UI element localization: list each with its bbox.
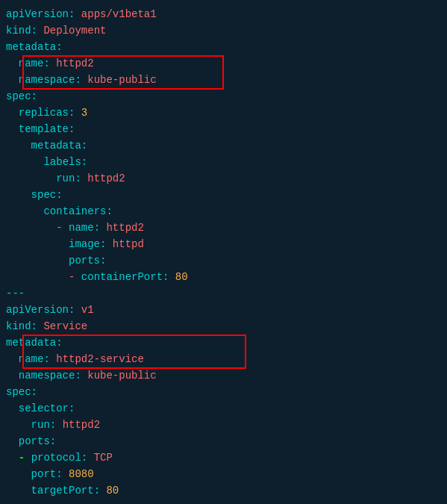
code-token: ports	[69, 255, 100, 267]
code-content: spec:	[6, 187, 441, 203]
code-token: :	[31, 386, 37, 398]
code-token: kube-public	[87, 74, 156, 86]
code-content: name: httpd2-service	[6, 351, 441, 367]
code-line: name: httpd2	[0, 55, 447, 72]
code-token: :	[56, 189, 62, 201]
code-token: Service	[43, 320, 87, 332]
code-token: metadata	[6, 41, 56, 53]
code-line: port: 8080	[0, 466, 447, 482]
code-content: namespace: kube-public	[6, 72, 441, 88]
code-token: -	[56, 222, 69, 234]
code-content: apiVersion: apps/v1beta1	[6, 6, 441, 22]
code-token: :	[50, 435, 56, 447]
code-token: :	[56, 337, 62, 349]
code-token: :	[69, 402, 75, 414]
code-line: - protocol: TCP	[0, 449, 447, 466]
code-token: 80	[106, 485, 119, 497]
code-token: apps/v1beta1	[81, 8, 157, 20]
code-editor: apiVersion: apps/v1beta1kind: Deployment…	[0, 0, 447, 504]
code-token: httpd2	[63, 419, 100, 431]
code-line: kind: Service	[0, 318, 447, 335]
code-token: template	[19, 123, 69, 135]
code-content: kind: Deployment	[6, 22, 441, 39]
code-token: httpd2	[56, 57, 93, 69]
code-token: :	[163, 271, 175, 283]
code-line: namespace: kube-public	[0, 367, 447, 384]
code-content: kind: Service	[6, 318, 441, 335]
code-line: spec:	[0, 88, 447, 105]
code-line: containers:	[0, 203, 447, 220]
code-token: metadata	[6, 337, 56, 349]
code-line: selector:	[0, 400, 447, 417]
code-line: run: httpd2	[0, 417, 447, 433]
code-token: :	[56, 468, 69, 480]
code-token: Deployment	[43, 25, 106, 37]
code-content: run: httpd2	[6, 417, 441, 433]
code-line: - name: httpd2	[0, 220, 447, 236]
code-token: containerPort	[81, 271, 163, 283]
code-token: :	[69, 304, 81, 316]
code-line: spec:	[0, 187, 447, 203]
code-line: ---	[0, 285, 447, 302]
code-token: -	[19, 452, 31, 464]
code-token: ports	[19, 435, 50, 447]
code-token: :	[31, 90, 37, 102]
code-line: ports:	[0, 433, 447, 449]
code-token: :	[43, 353, 56, 365]
code-content: spec:	[6, 384, 441, 400]
code-token: 80	[175, 271, 188, 283]
code-token: targetPort	[31, 485, 94, 497]
code-token: :	[81, 452, 94, 464]
code-token: :	[106, 205, 112, 217]
code-token: kube-public	[87, 370, 156, 382]
code-token: name	[19, 353, 44, 365]
code-token: :	[43, 57, 56, 69]
code-token: httpd2-service	[56, 353, 144, 365]
code-token: :	[69, 107, 81, 119]
code-content: ---	[6, 285, 441, 302]
code-content: targetPort: 80	[6, 482, 441, 499]
code-token: :	[94, 222, 107, 234]
code-token: :	[100, 238, 113, 250]
code-line: metadata:	[0, 335, 447, 351]
code-content: labels:	[6, 154, 441, 170]
code-token: :	[75, 370, 87, 382]
code-line: labels:	[0, 154, 447, 170]
code-token: :	[94, 485, 107, 497]
code-token: 8080	[69, 468, 94, 480]
code-line: apiVersion: v1	[0, 302, 447, 318]
code-line: run: httpd2	[0, 170, 447, 187]
code-token: TCP	[94, 452, 113, 464]
code-line: kind: Deployment	[0, 22, 447, 39]
code-content: metadata:	[6, 335, 441, 351]
code-token: ---	[6, 287, 25, 299]
code-line: metadata:	[0, 39, 447, 55]
code-token: spec	[31, 189, 57, 201]
code-token: name	[19, 57, 44, 69]
code-token: httpd2	[106, 222, 143, 234]
code-token: :	[81, 140, 87, 152]
code-token: httpd	[113, 238, 144, 250]
code-line: - containerPort: 80	[0, 269, 447, 285]
code-token: run	[56, 172, 75, 184]
code-token: :	[100, 255, 106, 267]
code-token: protocol	[31, 452, 81, 464]
code-token: run	[31, 419, 50, 431]
code-content: metadata:	[6, 137, 441, 154]
code-content: name: httpd2	[6, 55, 441, 72]
code-line: apiVersion: apps/v1beta1	[0, 6, 447, 22]
code-token: :	[75, 74, 87, 86]
code-content: apiVersion: v1	[6, 302, 441, 318]
code-line: ports:	[0, 252, 447, 269]
code-token: spec	[6, 90, 31, 102]
code-token: -	[69, 271, 81, 283]
code-line: name: httpd2-service	[0, 351, 447, 367]
code-line: image: httpd	[0, 236, 447, 252]
code-content: run: httpd2	[6, 170, 441, 187]
code-token: :	[69, 8, 81, 20]
code-token: :	[50, 419, 63, 431]
code-token: apiVersion	[6, 304, 69, 316]
code-line: spec:	[0, 384, 447, 400]
code-content: port: 8080	[6, 466, 441, 482]
code-token: kind	[6, 25, 31, 37]
